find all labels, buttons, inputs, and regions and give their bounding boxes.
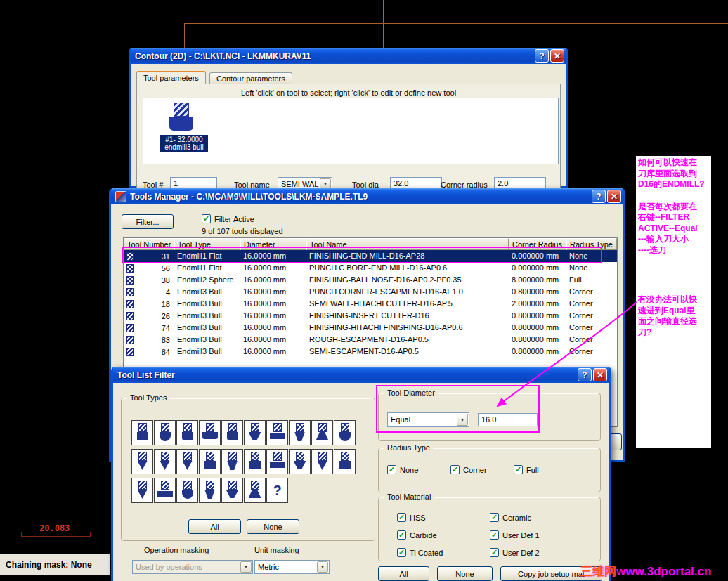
col-tool-number[interactable]: Tool Number bbox=[124, 238, 174, 250]
tool-mini-icon bbox=[126, 252, 134, 261]
thread-mill-icon[interactable] bbox=[154, 478, 176, 503]
operation-masking-combo[interactable]: Used by operations ▼ bbox=[132, 560, 253, 574]
diameter-operator-combo[interactable]: Equal ▼ bbox=[387, 412, 469, 427]
tap-icon[interactable] bbox=[221, 449, 243, 474]
radius-full-checkbox[interactable]: ✓Full bbox=[514, 465, 577, 474]
tool-number-cell: 26 bbox=[124, 310, 174, 322]
annotation-note-3: 有没办法可以快 速进到Equal里 面之间输直径选 刀? bbox=[638, 294, 711, 338]
taper-mill-icon[interactable] bbox=[289, 420, 311, 445]
diameter-value-input[interactable]: 16.0 bbox=[478, 413, 538, 426]
radius-mill-icon[interactable] bbox=[221, 420, 243, 445]
operation-masking-value: Used by operations bbox=[133, 561, 252, 571]
face-mill-icon[interactable] bbox=[199, 420, 221, 445]
diameter-cell: 16.0000 mm bbox=[240, 334, 306, 346]
close-button[interactable]: ✕ bbox=[607, 190, 621, 203]
filter-button[interactable]: Filter... bbox=[122, 214, 174, 229]
material-ti-coated-checkbox[interactable]: ✓Ti Coated bbox=[397, 548, 490, 557]
watermark-url: www.3dportal.cn bbox=[616, 565, 711, 578]
col-tool-name[interactable]: Tool Name bbox=[306, 238, 509, 250]
dove-mill-icon[interactable] bbox=[311, 420, 333, 445]
diameter-cell: 16.0000 mm bbox=[240, 322, 306, 334]
selected-tool-label[interactable]: #1- 32.0000 endmill3 bull bbox=[160, 135, 208, 152]
flat-bottom-drill-icon[interactable] bbox=[334, 449, 356, 474]
endmill-bull-icon[interactable] bbox=[176, 420, 198, 445]
help-button[interactable]: ? bbox=[535, 49, 549, 63]
radius-corner-checkbox[interactable]: ✓Corner bbox=[450, 465, 514, 474]
tool-row-26[interactable]: 26Endmill3 Bull16.0000 mmFINISHING-INSER… bbox=[124, 310, 617, 322]
diameter-cell: 16.0000 mm bbox=[240, 286, 306, 298]
tool-select-hint: Left 'click' on tool to select; right 'c… bbox=[137, 89, 560, 97]
col-diameter[interactable]: Diameter bbox=[240, 238, 306, 250]
tool-row-84[interactable]: 84Endmill3 Bull16.0000 mmSEMI-ESCAPMENT-… bbox=[124, 346, 617, 358]
tool-row-31[interactable]: 31Endmill1 Flat16.0000 mmFINISHING-END M… bbox=[124, 250, 617, 262]
center-drill-icon[interactable] bbox=[131, 449, 153, 474]
col-radius-type[interactable]: Radius Type bbox=[566, 238, 617, 250]
tool-row-4[interactable]: 4Endmill3 Bull16.0000 mmPUNCH CORNER-ESC… bbox=[124, 286, 617, 298]
tool-row-83[interactable]: 83Endmill3 Bull16.0000 mmROUGH-ESCAPMENT… bbox=[124, 334, 617, 346]
tool-name-cell: SEMI-ESCAPMENT-D16-AP0.5 bbox=[306, 346, 509, 358]
material-carbide-checkbox[interactable]: ✓Carbide bbox=[397, 530, 490, 540]
dropdown-arrow-icon[interactable]: ▼ bbox=[457, 414, 468, 426]
tool-list-filter-titlebar[interactable]: Tool List Filter ? ✕ bbox=[113, 367, 609, 383]
chaining-mask-text: Chaining mask: None bbox=[6, 560, 92, 570]
tool-types-all-button[interactable]: All bbox=[188, 519, 241, 534]
unit-masking-combo[interactable]: Metric ▼ bbox=[254, 560, 330, 574]
close-button[interactable]: ✕ bbox=[550, 49, 564, 63]
counter-bore-icon[interactable] bbox=[266, 449, 288, 474]
bore-bar-icon[interactable] bbox=[244, 449, 266, 474]
material-user-def-2-checkbox[interactable]: ✓User Def 2 bbox=[490, 548, 583, 557]
brad-point-drill-icon[interactable] bbox=[311, 449, 333, 474]
col-corner-radius[interactable]: Corner Radius bbox=[509, 238, 566, 250]
tool-types-none-button[interactable]: None bbox=[247, 519, 299, 534]
custom-tool-icon[interactable] bbox=[244, 478, 266, 503]
endmill-sphere-icon[interactable] bbox=[154, 420, 176, 445]
tool-diameter-label: Tool Diameter bbox=[384, 389, 438, 397]
dimension-line bbox=[21, 536, 91, 537]
filter-active-checkbox[interactable]: ✓ Filter Active bbox=[202, 214, 254, 223]
tab-tool-parameters[interactable]: Tool parameters bbox=[136, 71, 206, 85]
close-button[interactable]: ✕ bbox=[593, 368, 607, 381]
selected-tool-icon[interactable] bbox=[163, 103, 200, 133]
radius-none-checkbox[interactable]: ✓None bbox=[387, 465, 450, 474]
engrave-tool-icon[interactable] bbox=[131, 478, 153, 503]
tool-material-options: ✓HSS✓Carbide✓Ti Coated✓Ceramic✓User Def … bbox=[397, 509, 583, 561]
tools-table-rows: 31Endmill1 Flat16.0000 mmFINISHING-END M… bbox=[124, 250, 617, 358]
tool-list-area[interactable]: #1- 32.0000 endmill3 bull bbox=[143, 98, 559, 164]
dropdown-arrow-icon[interactable]: ▼ bbox=[320, 178, 331, 189]
slot-mill-icon[interactable] bbox=[266, 420, 288, 445]
tool-row-18[interactable]: 18Endmill3 Bull16.0000 mmSEMI WALL-HITAC… bbox=[124, 298, 617, 310]
counter-sink-icon[interactable] bbox=[289, 449, 311, 474]
material-hss-checkbox[interactable]: ✓HSS bbox=[397, 513, 490, 522]
material-none-button[interactable]: None bbox=[437, 566, 493, 581]
tool-row-38[interactable]: 38Endmill2 Sphere16.0000 mmFINISHING-BAL… bbox=[124, 274, 617, 286]
tool-row-56[interactable]: 56Endmill1 Flat16.0000 mmPUNCH C BORE-EN… bbox=[124, 262, 617, 274]
spot-drill-icon[interactable] bbox=[154, 449, 176, 474]
tool-row-74[interactable]: 74Endmill3 Bull16.0000 mmFINISHING-HITAC… bbox=[124, 322, 617, 334]
dropdown-arrow-icon[interactable]: ▼ bbox=[240, 561, 252, 573]
undefined-tool-icon[interactable]: ? bbox=[266, 478, 288, 503]
help-button[interactable]: ? bbox=[592, 190, 606, 203]
drill-icon[interactable] bbox=[176, 449, 198, 474]
contour-titlebar[interactable]: Contour (2D) - C:\LK\T.NCI - LKMMKURAV11… bbox=[131, 48, 566, 64]
barrel-mill-icon[interactable] bbox=[176, 478, 198, 503]
radius-type-cell: Corner bbox=[566, 310, 617, 322]
annotation-note-1: 如何可以快速在 刀库里面选取到 D16的ENDMILL? bbox=[638, 157, 711, 190]
tool-number-cell: 84 bbox=[124, 346, 174, 358]
tool-types-label: Tool Types bbox=[127, 393, 169, 402]
chamfer-mill-icon[interactable] bbox=[244, 420, 266, 445]
chamfer-mill-2-icon[interactable] bbox=[221, 478, 243, 503]
material-ceramic-checkbox[interactable]: ✓Ceramic bbox=[490, 513, 583, 522]
diameter-cell: 16.0000 mm bbox=[240, 346, 306, 358]
tool-mini-icon bbox=[126, 276, 134, 285]
dropdown-arrow-icon[interactable]: ▼ bbox=[317, 561, 328, 573]
tools-manager-titlebar[interactable]: Tools Manager - C:\MCAM9\MILL\TOOLS\LKM-… bbox=[111, 188, 623, 204]
help-button[interactable]: ? bbox=[578, 368, 592, 381]
lollipop-mill-icon[interactable] bbox=[334, 420, 356, 445]
material-user-def-1-checkbox[interactable]: ✓User Def 1 bbox=[490, 530, 583, 540]
col-tool-type[interactable]: Tool Type bbox=[174, 238, 240, 250]
tool-mini-icon bbox=[126, 348, 134, 356]
material-all-button[interactable]: All bbox=[378, 566, 429, 581]
reamer-icon[interactable] bbox=[199, 449, 221, 474]
endmill-flat-icon[interactable] bbox=[131, 420, 153, 445]
taper-reamer-icon[interactable] bbox=[199, 478, 221, 503]
